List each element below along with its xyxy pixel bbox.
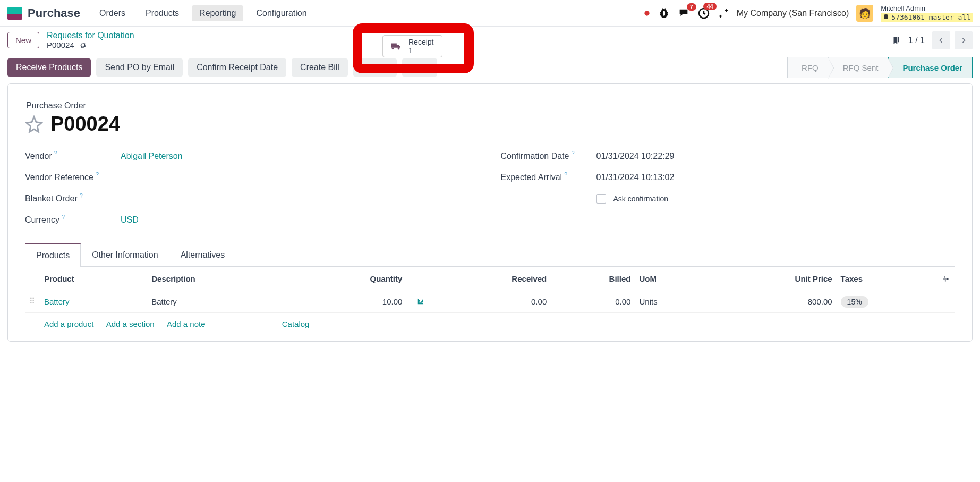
breadcrumb-parent[interactable]: Requests for Quotation	[47, 31, 134, 40]
vendor-label: Vendor	[25, 151, 52, 161]
avatar[interactable]: 🧑	[856, 5, 873, 22]
gear-icon[interactable]	[79, 41, 87, 49]
help-icon[interactable]: ?	[80, 192, 83, 199]
top-nav: Purchase Orders Products Reporting Confi…	[0, 0, 980, 27]
database-tag: 57361061-master-all	[881, 13, 973, 22]
uom-cell[interactable]: Units	[635, 290, 709, 313]
nav-orders[interactable]: Orders	[92, 5, 133, 21]
status-rfq-sent[interactable]: RFQ Sent	[829, 57, 889, 78]
tax-cell[interactable]: 15%	[841, 296, 868, 308]
tools-icon[interactable]	[718, 7, 729, 19]
app-logo[interactable]	[7, 7, 22, 20]
quantity-cell[interactable]: 10.00	[293, 290, 406, 313]
confirmation-date-value: 01/31/2024 10:22:29	[596, 151, 675, 161]
help-icon[interactable]: ?	[564, 171, 567, 177]
th-product[interactable]: Product	[40, 268, 147, 290]
add-section-link[interactable]: Add a section	[106, 319, 155, 328]
svg-point-3	[944, 276, 945, 277]
chevron-right-icon	[960, 37, 967, 44]
confirmation-date-label: Confirmation Date	[501, 151, 569, 161]
help-icon[interactable]: ?	[571, 150, 574, 156]
help-icon[interactable]: ?	[54, 150, 57, 156]
th-unit-price[interactable]: Unit Price	[709, 268, 836, 290]
activities-badge: 44	[703, 3, 716, 10]
add-product-link[interactable]: Add a product	[44, 319, 93, 328]
tab-products[interactable]: Products	[25, 243, 81, 267]
expected-arrival-label: Expected Arrival	[501, 173, 563, 182]
currency-value[interactable]: USD	[121, 215, 139, 225]
tabs: Products Other Information Alternatives	[25, 243, 955, 267]
new-button[interactable]: New	[7, 32, 39, 48]
receive-products-button[interactable]: Receive Products	[7, 58, 91, 77]
pager-prev[interactable]	[932, 31, 950, 49]
add-note-link[interactable]: Add a note	[167, 319, 206, 328]
status-rfq[interactable]: RFQ	[787, 57, 829, 78]
billed-cell[interactable]: 0.00	[551, 290, 635, 313]
nav-configuration[interactable]: Configuration	[249, 5, 314, 21]
cancel-button[interactable]: Cancel	[353, 58, 397, 77]
svg-point-4	[947, 278, 948, 279]
breadcrumb-row: New Requests for Quotation P00024 Receip…	[0, 27, 980, 54]
app-title[interactable]: Purchase	[28, 6, 80, 20]
truck-icon	[388, 40, 403, 52]
th-quantity[interactable]: Quantity	[293, 268, 406, 290]
unit-price-cell[interactable]: 800.00	[709, 290, 836, 313]
action-bar: Receive Products Send PO by Email Confir…	[0, 54, 980, 83]
vendor-value[interactable]: Abigail Peterson	[121, 151, 183, 161]
lock-button[interactable]: Lock	[402, 58, 437, 77]
svg-point-0	[644, 11, 649, 15]
catalog-link[interactable]: Catalog	[282, 319, 310, 328]
help-icon[interactable]: ?	[62, 214, 65, 220]
th-description[interactable]: Description	[147, 268, 293, 290]
order-number: P00024	[50, 113, 120, 136]
messages-icon[interactable]: 7	[677, 7, 690, 19]
messages-badge: 7	[687, 3, 696, 11]
tab-alternatives[interactable]: Alternatives	[169, 243, 236, 267]
receipt-label: Receipt	[408, 38, 433, 46]
help-icon[interactable]: ?	[96, 171, 99, 177]
star-icon[interactable]	[25, 115, 43, 133]
receipt-count: 1	[408, 46, 433, 55]
pager-next[interactable]	[955, 31, 973, 49]
ask-confirmation-label: Ask confirmation	[613, 195, 668, 203]
database-icon	[883, 14, 889, 20]
confirm-receipt-button[interactable]: Confirm Receipt Date	[188, 58, 286, 77]
th-uom[interactable]: UoM	[635, 268, 709, 290]
th-billed[interactable]: Billed	[551, 268, 635, 290]
form-sheet: Purchase Order P00024 Vendor? Abigail Pe…	[7, 83, 973, 342]
user-menu[interactable]: Mitchell Admin 57361061-master-all	[881, 4, 973, 22]
received-cell[interactable]: 0.00	[430, 290, 551, 313]
sheet-title-label: Purchase Order	[25, 101, 955, 111]
blanket-order-label: Blanket Order	[25, 194, 78, 204]
expected-arrival-value[interactable]: 01/31/2024 10:13:02	[596, 173, 675, 182]
activities-icon[interactable]: 44	[697, 7, 710, 20]
table-row[interactable]: ⠿ Battery Battery 10.00 0.00 0.00 Units …	[25, 290, 955, 313]
product-cell[interactable]: Battery	[44, 297, 70, 306]
debug-icon[interactable]	[658, 7, 670, 19]
receipt-stat-button[interactable]: Receipt 1	[382, 35, 442, 57]
order-lines-table: Product Description Quantity Received Bi…	[25, 268, 955, 335]
nav-products[interactable]: Products	[138, 5, 186, 21]
breadcrumb-current: P00024	[47, 40, 74, 49]
bookmark-icon[interactable]	[891, 35, 901, 46]
pager-text[interactable]: 1 / 1	[905, 36, 928, 45]
status-purchase-order[interactable]: Purchase Order	[888, 57, 973, 78]
ask-confirmation-checkbox[interactable]	[596, 194, 606, 204]
drag-handle-icon[interactable]: ⠿	[25, 290, 40, 313]
th-received[interactable]: Received	[430, 268, 551, 290]
tab-other-info[interactable]: Other Information	[81, 243, 169, 267]
user-name: Mitchell Admin	[881, 4, 973, 13]
status-bar: RFQ RFQ Sent Purchase Order	[787, 57, 973, 78]
options-icon[interactable]	[941, 275, 951, 283]
send-po-button[interactable]: Send PO by Email	[96, 58, 183, 77]
company-selector[interactable]: My Company (San Francisco)	[737, 9, 849, 18]
vendor-ref-label: Vendor Reference	[25, 173, 93, 182]
currency-label: Currency	[25, 215, 59, 225]
th-taxes[interactable]: Taxes	[837, 268, 937, 290]
svg-point-5	[945, 280, 946, 281]
nav-reporting[interactable]: Reporting	[192, 5, 243, 21]
forecast-icon[interactable]	[416, 298, 425, 305]
create-bill-button[interactable]: Create Bill	[292, 58, 348, 77]
notif-dot-icon[interactable]	[643, 10, 651, 17]
description-cell[interactable]: Battery	[147, 290, 293, 313]
